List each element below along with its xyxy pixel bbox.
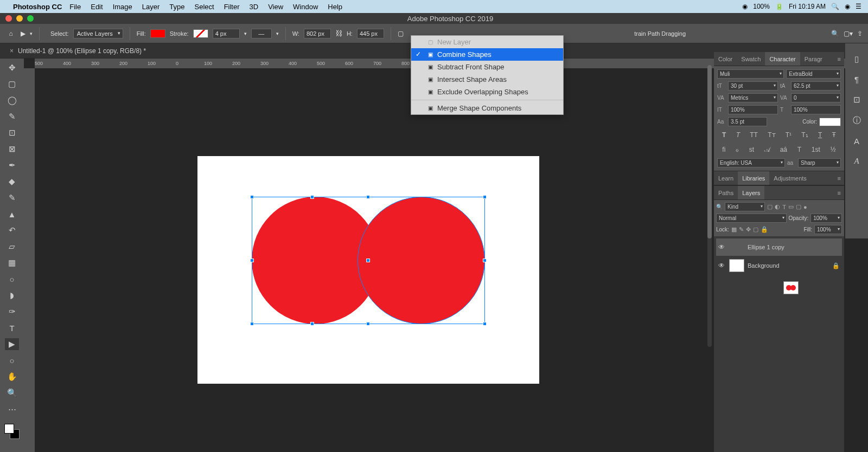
- filter-type-icon[interactable]: T: [782, 204, 786, 210]
- spotlight-icon[interactable]: 🔍: [831, 3, 839, 10]
- tracking-input[interactable]: 0: [791, 93, 841, 102]
- filter-smart-icon[interactable]: ▢: [796, 203, 801, 210]
- strikethrough-button[interactable]: Ŧ: [832, 131, 835, 139]
- blur-tool[interactable]: ○: [5, 273, 19, 285]
- dock-icon-5[interactable]: A: [854, 137, 859, 146]
- tab-character[interactable]: Character: [765, 52, 800, 66]
- layer-filter-dropdown[interactable]: Kind: [725, 202, 765, 211]
- siri-icon[interactable]: ◉: [845, 3, 850, 10]
- italic-button[interactable]: T: [736, 131, 740, 139]
- ot-stylistic[interactable]: aā: [780, 146, 787, 153]
- stroke-width-input[interactable]: 4 px: [213, 29, 240, 38]
- menu-subtract-front[interactable]: ▣Subtract Front Shape: [411, 61, 563, 73]
- path-ops-icon[interactable]: ▢: [398, 30, 404, 37]
- width-input[interactable]: 802 px: [304, 29, 331, 38]
- tab-color[interactable]: Color: [714, 52, 737, 66]
- dock-icon-1[interactable]: ▯: [854, 54, 859, 64]
- menu-window[interactable]: Window: [293, 3, 318, 11]
- path-select-tool[interactable]: ▶: [5, 338, 19, 350]
- layer-thumbnail[interactable]: [783, 281, 799, 294]
- dock-icon-3[interactable]: ⊡: [853, 95, 860, 105]
- lock-transparency-icon[interactable]: ▩: [731, 226, 737, 233]
- visibility-toggle[interactable]: 👁: [718, 262, 726, 269]
- layer-name[interactable]: Background: [748, 262, 780, 269]
- zoom-tool[interactable]: 🔍: [5, 387, 19, 399]
- close-window[interactable]: [5, 15, 12, 22]
- language-dropdown[interactable]: English: USA: [717, 158, 785, 167]
- tab-paragraph[interactable]: Paragr: [800, 52, 827, 66]
- text-color-swatch[interactable]: [819, 118, 841, 126]
- canvas[interactable]: [197, 156, 539, 384]
- ellipse-1-copy[interactable]: [358, 197, 485, 324]
- menu-intersect[interactable]: ▣Intersect Shape Areas: [411, 73, 563, 86]
- ot-slashed[interactable]: ½: [831, 146, 836, 153]
- dock-icon-4[interactable]: ⓘ: [853, 115, 861, 126]
- baseline-input[interactable]: 3.5 pt: [728, 117, 767, 126]
- hscale-input[interactable]: 100%: [791, 105, 841, 114]
- filter-search-icon[interactable]: 🔍: [716, 204, 723, 210]
- underline-button[interactable]: T: [818, 131, 822, 139]
- fill-opacity-input[interactable]: 100%: [814, 225, 842, 234]
- filter-toggle[interactable]: ●: [803, 204, 807, 210]
- layer-name[interactable]: Ellipse 1 copy: [748, 244, 784, 250]
- font-family-dropdown[interactable]: Muli: [717, 69, 784, 79]
- tab-libraries[interactable]: Libraries: [738, 171, 769, 185]
- tab-paths[interactable]: Paths: [714, 186, 738, 199]
- link-icon[interactable]: ⛓: [335, 29, 342, 37]
- filter-shape-icon[interactable]: ▭: [788, 203, 794, 210]
- panel-menu-icon-3[interactable]: ≡: [834, 190, 844, 196]
- app-name[interactable]: Photoshop CC: [13, 3, 62, 11]
- layer-ellipse-copy[interactable]: 👁 Ellipse 1 copy: [716, 238, 842, 256]
- menu-image[interactable]: Image: [113, 3, 132, 11]
- document-tab[interactable]: × Untitled-1 @ 100% (Ellipse 1 copy, RGB…: [4, 45, 151, 57]
- height-input[interactable]: 445 px: [357, 29, 384, 38]
- tab-layers[interactable]: Layers: [738, 186, 764, 199]
- menu-view[interactable]: View: [268, 3, 283, 11]
- blend-mode-dropdown[interactable]: Normal: [716, 214, 787, 223]
- menu-merge-components[interactable]: ▣Merge Shape Components: [411, 102, 563, 114]
- share-icon[interactable]: ⇪: [857, 30, 863, 37]
- stroke-swatch[interactable]: [193, 29, 208, 38]
- ot-ligatures[interactable]: fi: [722, 146, 725, 153]
- type-tool[interactable]: T: [5, 322, 19, 334]
- font-weight-dropdown[interactable]: ExtraBold: [786, 69, 841, 79]
- frame-tool[interactable]: ⊠: [5, 143, 19, 155]
- dock-icon-6[interactable]: A: [854, 157, 859, 166]
- eyedropper-tool[interactable]: ✒: [5, 159, 19, 171]
- lock-all-icon[interactable]: 🔒: [761, 226, 768, 233]
- pen-tool[interactable]: ✑: [5, 306, 19, 318]
- maximize-window[interactable]: [27, 15, 34, 22]
- visibility-toggle[interactable]: 👁: [718, 243, 726, 251]
- home-icon[interactable]: ⌂: [5, 28, 16, 39]
- menu-type[interactable]: Type: [169, 3, 184, 11]
- menu-exclude[interactable]: ▣Exclude Overlapping Shapes: [411, 86, 563, 98]
- stroke-style[interactable]: —: [251, 29, 272, 38]
- allcaps-button[interactable]: TT: [750, 131, 758, 139]
- workspace-icon[interactable]: ▢▾: [844, 30, 853, 37]
- menu-combine-shapes[interactable]: ✓▣Combine Shapes: [411, 48, 563, 61]
- leading-input[interactable]: 62.5 pt: [791, 81, 841, 91]
- ot-titling[interactable]: 𝒜: [764, 146, 770, 153]
- ot-contextual[interactable]: ℴ: [736, 146, 739, 153]
- marquee-tool[interactable]: ▢: [5, 78, 19, 90]
- wifi-icon[interactable]: ◉: [742, 3, 748, 10]
- opacity-input[interactable]: 100%: [810, 214, 842, 223]
- menu-select[interactable]: Select: [194, 3, 214, 11]
- dodge-tool[interactable]: ◗: [5, 289, 19, 301]
- lock-icon[interactable]: 🔒: [832, 262, 840, 269]
- control-center-icon[interactable]: ☰: [856, 3, 861, 10]
- dock-icon-2[interactable]: ¶: [854, 75, 859, 84]
- history-brush-tool[interactable]: ↶: [5, 224, 19, 236]
- panel-menu-icon-2[interactable]: ≡: [834, 175, 844, 182]
- lock-pixels-icon[interactable]: ✎: [739, 226, 744, 233]
- gradient-tool[interactable]: ▦: [5, 257, 19, 269]
- menu-layer[interactable]: Layer: [142, 3, 160, 11]
- search-icon[interactable]: 🔍: [831, 30, 839, 37]
- ruler-vertical[interactable]: [24, 68, 35, 452]
- select-dropdown[interactable]: Active Layers: [73, 29, 123, 38]
- panel-menu-icon[interactable]: ≡: [834, 56, 844, 62]
- crop-tool[interactable]: ⊡: [5, 127, 19, 139]
- move-tool[interactable]: ✥: [5, 62, 19, 74]
- lasso-tool[interactable]: ◯: [5, 94, 19, 106]
- foreground-color[interactable]: [4, 424, 14, 434]
